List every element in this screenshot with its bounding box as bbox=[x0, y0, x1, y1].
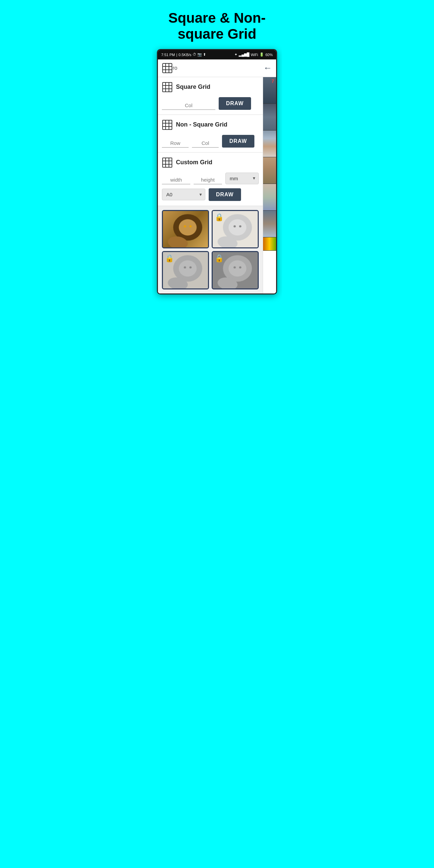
page-wrapper: Square & Non-square Grid 7:51 PM | 0.5KB… bbox=[152, 0, 282, 434]
signal-icon: ▂▄▆█ bbox=[239, 53, 249, 57]
svg-rect-10 bbox=[163, 120, 172, 129]
phone-frame: 7:51 PM | 0.5KB/s ⏱ 📷 ⬆ ✦ ▂▄▆█ WiFi 🔋 60… bbox=[157, 49, 277, 294]
custom-height-input[interactable] bbox=[194, 176, 222, 184]
battery-icon: 🔋 bbox=[259, 53, 264, 57]
status-icons: ⏱ 📷 ⬆ bbox=[193, 53, 206, 57]
status-time: 7:51 PM bbox=[161, 53, 175, 57]
square-grid-inputs: DRAW bbox=[162, 97, 259, 110]
non-square-grid-title: Non - Square Grid bbox=[176, 121, 227, 128]
gallery-lock-icon-2: 🔒 bbox=[215, 213, 224, 222]
square-draw-button[interactable]: DRAW bbox=[219, 97, 251, 110]
app-content: Square Grid DRAW bbox=[158, 77, 276, 293]
gallery-item-4[interactable]: 🔒 bbox=[212, 251, 259, 289]
right-panel: 7 bbox=[263, 77, 276, 293]
section-non-square-grid: Non - Square Grid DRAW bbox=[158, 115, 263, 153]
wifi-icon: WiFi bbox=[251, 53, 258, 57]
non-square-grid-header: Non - Square Grid bbox=[162, 120, 259, 130]
square-grid-header: Square Grid bbox=[162, 82, 259, 92]
strip-item-6[interactable] bbox=[263, 211, 276, 237]
gallery-canvas-1 bbox=[163, 211, 208, 247]
section-square-grid: Square Grid DRAW bbox=[158, 77, 263, 115]
unit-select-wrapper: mm cm in ▼ bbox=[225, 173, 259, 184]
app-grid-icon bbox=[162, 63, 173, 73]
non-square-row-input[interactable] bbox=[162, 139, 189, 148]
gallery: 🔒 🔒 🔒 bbox=[158, 206, 263, 293]
svg-rect-5 bbox=[163, 83, 172, 92]
strip-item-7[interactable] bbox=[263, 237, 276, 251]
custom-grid-inputs: mm cm in ▼ bbox=[162, 173, 259, 184]
unit-select[interactable]: mm cm in bbox=[225, 173, 259, 184]
page-title: Square & Non-square Grid bbox=[152, 0, 282, 49]
app-header: ro ← bbox=[158, 59, 276, 77]
gallery-lock-icon-3: 🔒 bbox=[165, 254, 174, 263]
gallery-lock-icon-4: 🔒 bbox=[215, 254, 224, 263]
square-col-input[interactable] bbox=[162, 101, 215, 110]
non-square-grid-icon bbox=[162, 120, 173, 130]
gallery-item-2[interactable]: 🔒 bbox=[212, 210, 259, 248]
custom-grid-header: Custom Grid bbox=[162, 157, 259, 168]
status-bar: 7:51 PM | 0.5KB/s ⏱ 📷 ⬆ ✦ ▂▄▆█ WiFi 🔋 60… bbox=[158, 50, 276, 59]
gallery-item-1[interactable] bbox=[162, 210, 209, 248]
strip-item-4[interactable] bbox=[263, 157, 276, 184]
nav-back-arrow[interactable]: ← bbox=[264, 63, 272, 73]
strip-item-2[interactable] bbox=[263, 104, 276, 130]
strip-number-1: 7 bbox=[271, 79, 274, 84]
strip-item-1[interactable]: 7 bbox=[263, 77, 276, 104]
status-speed: 0.5KB/s bbox=[179, 53, 192, 57]
strip-item-5[interactable] bbox=[263, 184, 276, 211]
square-grid-title: Square Grid bbox=[176, 84, 210, 90]
non-square-draw-button[interactable]: DRAW bbox=[222, 135, 254, 148]
right-strip: 7 bbox=[263, 77, 276, 293]
non-square-col-input[interactable] bbox=[192, 139, 219, 148]
status-right: ✦ ▂▄▆█ WiFi 🔋 60% bbox=[235, 53, 273, 57]
custom-draw-button[interactable]: DRAW bbox=[209, 188, 241, 201]
paper-select-wrapper: A0 A1 A2 A3 A4 ▼ bbox=[162, 189, 205, 200]
paper-select[interactable]: A0 A1 A2 A3 A4 bbox=[162, 189, 205, 200]
strip-item-3[interactable] bbox=[263, 130, 276, 157]
svg-rect-0 bbox=[163, 63, 172, 73]
status-left: 7:51 PM | 0.5KB/s ⏱ 📷 ⬆ bbox=[161, 53, 206, 57]
square-grid-icon bbox=[162, 82, 173, 92]
svg-rect-15 bbox=[163, 158, 172, 167]
left-panel: Square Grid DRAW bbox=[158, 77, 263, 293]
custom-width-input[interactable] bbox=[162, 176, 190, 184]
custom-grid-title: Custom Grid bbox=[176, 159, 212, 166]
custom-grid-icon bbox=[162, 157, 173, 168]
gallery-item-3[interactable]: 🔒 bbox=[162, 251, 209, 289]
battery-percent: 60% bbox=[266, 53, 273, 57]
non-square-grid-inputs: DRAW bbox=[162, 135, 259, 148]
section-custom-grid: Custom Grid mm cm in ▼ bbox=[158, 153, 263, 206]
nav-back-text: ro bbox=[173, 65, 177, 71]
custom-grid-extra-row: A0 A1 A2 A3 A4 ▼ DRAW bbox=[162, 188, 259, 201]
status-separator: | bbox=[176, 53, 177, 57]
bluetooth-icon: ✦ bbox=[235, 53, 237, 57]
